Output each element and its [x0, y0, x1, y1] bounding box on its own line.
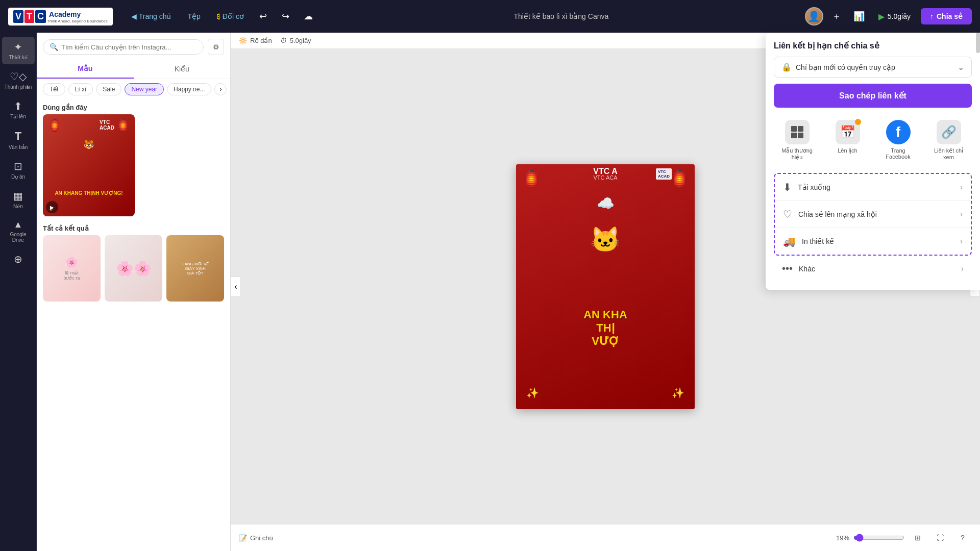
menu-item-download[interactable]: ⬇ Tải xuống › — [775, 174, 971, 201]
fullscreen-button[interactable]: ⛶ — [931, 529, 949, 547]
copy-link-button[interactable]: Sao chép liên kết — [774, 84, 972, 108]
clarity-icon: 🔆 — [239, 37, 247, 44]
logo-tagline: Think Ahead, Beyond Boundaries — [47, 19, 108, 23]
template-card-shoes[interactable]: HÀNG MỚI VỀGIÀY XINHGIÁ TỐT — [166, 235, 224, 302]
sidebar-item-googledrive[interactable]: ▲ Google Drive — [2, 215, 35, 247]
access-left: 🔒 Chỉ bạn mới có quyền truy cập — [781, 62, 895, 72]
download-icon: ⬇ — [783, 181, 792, 193]
share-option-schedule[interactable]: 📅 Lên lịch — [824, 116, 871, 165]
more-apps-icon: ⊕ — [14, 253, 22, 265]
canvas-preview: 🏮 🏮 VTC A VTC ACA 🐱 ☁️ AN KHA THỊ VƯỢ — [516, 164, 695, 409]
menu-item-print[interactable]: 🚚 In thiết kế › — [775, 228, 971, 255]
duration-control[interactable]: ⏱ 5.0giây — [280, 37, 311, 44]
timer-button[interactable]: ▶ 5.0giây — [872, 9, 917, 24]
user-avatar[interactable]: 👤 — [805, 7, 823, 26]
zoom-value: 19% — [836, 534, 849, 542]
search-input[interactable] — [61, 43, 197, 51]
back-icon: ◀ — [131, 12, 137, 20]
undo-button[interactable]: ↩ — [254, 7, 273, 26]
recent-row: 🏮 🏮 🐯 AN KHANG THỊNH VƯỢNG! VTCACAD ✦ ▶ — [43, 114, 224, 216]
link-icon: 🔗 — [937, 120, 961, 144]
tag-tet[interactable]: Tết — [43, 83, 65, 95]
tag-newyear[interactable]: New year — [125, 83, 164, 95]
more-menu-item[interactable]: ••• Khác › — [774, 256, 972, 282]
googledrive-icon: ▲ — [14, 219, 23, 230]
download-chevron-icon: › — [960, 183, 963, 192]
sidebar-item-vanban[interactable]: T Văn bản — [2, 126, 35, 154]
share-option-link[interactable]: 🔗 Liên kết chỉ xem — [925, 116, 972, 165]
top-navigation: V T C Academy Think Ahead, Beyond Bounda… — [0, 0, 980, 33]
templates-scroll: Dùng gần đây 🏮 🏮 🐯 AN KHANG THỊNH VƯỢNG!… — [37, 99, 230, 551]
logo: V T C Academy Think Ahead, Beyond Bounda… — [8, 8, 113, 26]
print-chevron-icon: › — [960, 237, 963, 246]
clarity-control[interactable]: 🔆 Rõ dần — [239, 37, 272, 44]
filter-tags: Tết Lì xì Sale New year Happy ne... › — [37, 79, 230, 99]
tag-lixi[interactable]: Lì xì — [68, 83, 93, 95]
help-button[interactable]: ? — [953, 529, 972, 547]
tab-mau[interactable]: Mẫu — [37, 59, 134, 79]
share-popup: Liên kết bị hạn chế chia sẻ 🔒 Chỉ bạn mớ… — [766, 33, 980, 290]
recent-section-title: Dùng gần đây — [37, 99, 230, 114]
all-section-title: Tất cả kết quả — [37, 220, 230, 235]
sidebar-item-thietke[interactable]: ✦ Thiết kế — [2, 37, 35, 64]
redo-button[interactable]: ↪ — [277, 7, 295, 26]
recent-templates-grid: 🏮 🏮 🐯 AN KHANG THỊNH VƯỢNG! VTCACAD ✦ ▶ — [37, 114, 230, 216]
projects-icon: ⊡ — [14, 160, 22, 172]
sidebar-item-more[interactable]: ⊕ — [2, 249, 35, 269]
recent-template-1[interactable]: 🏮 🏮 🐯 AN KHANG THỊNH VƯỢNG! VTCACAD ✦ ▶ — [43, 114, 135, 216]
template-card-flowers[interactable]: 🌸🌸 — [105, 235, 162, 302]
sidebar-item-nen[interactable]: ▦ Nền — [2, 186, 35, 213]
background-icon: ▦ — [13, 190, 23, 202]
add-collaborator-button[interactable]: ＋ — [827, 7, 846, 26]
sidebar-item-duan[interactable]: ⊡ Dự án — [2, 156, 35, 184]
scroll-indicator — [976, 33, 980, 53]
share-option-facebook[interactable]: f Trang Facebook — [875, 116, 921, 165]
social-icon: ♡ — [783, 208, 792, 220]
elements-icon: ♡◇ — [10, 70, 27, 83]
search-bar: 🔍 ⚙ — [37, 33, 230, 59]
svg-rect-1 — [798, 126, 803, 132]
back-to-home-button[interactable]: ◀ Trang chủ — [125, 9, 178, 23]
collapse-left-button[interactable]: ‹ — [231, 277, 241, 297]
lock-icon: 🔒 — [781, 62, 792, 72]
menu-item-social[interactable]: ♡ Chia sẻ lên mạng xã hội › — [775, 201, 971, 228]
template-card-pink[interactable]: 🌸 lẽ mấtbước ra — [43, 235, 101, 302]
brand-icon — [785, 120, 810, 144]
svg-rect-0 — [791, 126, 797, 132]
more-dots-icon: ••• — [782, 263, 793, 274]
templates-panel: 🔍 ⚙ Mẫu Kiểu Tết Lì xì Sale New year Hap… — [37, 33, 231, 551]
play-overlay-1: ▶ — [46, 201, 58, 213]
canvas-bottom-bar: 📝 Ghi chú 19% ⊞ ⛶ ? — [231, 524, 980, 551]
notes-icon: 📝 — [239, 534, 247, 542]
icon-sidebar: ✦ Thiết kế ♡◇ Thành phần ⬆ Tải lên T Văn… — [0, 33, 37, 551]
zoom-controls: 19% ⊞ ⛶ ? — [836, 529, 972, 547]
dashed-menu-container: ⬇ Tải xuống › ♡ Chia sẻ lên mạng xã hội … — [774, 173, 972, 256]
dropdown-chevron-icon: ⌄ — [958, 62, 964, 72]
notes-button[interactable]: 📝 Ghi chú — [239, 534, 273, 542]
filter-button[interactable]: ⚙ — [208, 39, 224, 55]
main-layout: ✦ Thiết kế ♡◇ Thành phần ⬆ Tải lên T Văn… — [0, 33, 980, 551]
search-input-wrap[interactable]: 🔍 — [43, 39, 204, 55]
fit-page-button[interactable]: ⊞ — [909, 529, 927, 547]
share-button[interactable]: ↑ Chia sẻ — [921, 8, 972, 24]
file-button[interactable]: Tệp — [182, 9, 207, 23]
save-status-button[interactable]: ☁ — [299, 7, 317, 26]
svg-rect-3 — [798, 133, 803, 138]
tab-kieu[interactable]: Kiểu — [134, 59, 231, 79]
all-templates-grid: 🌸 lẽ mấtbước ra 🌸🌸 HÀNG MỚI VỀGIÀY XINHG… — [37, 235, 230, 302]
swap-button[interactable]: ₿ Đổi cơ — [211, 9, 250, 23]
clock-icon: ⏱ — [280, 37, 287, 44]
share-options: Mẫu thương hiệu 📅 Lên lịch f Trang Faceb… — [774, 116, 972, 165]
sidebar-item-thanhphan[interactable]: ♡◇ Thành phần — [2, 66, 35, 94]
tag-happyne[interactable]: Happy ne... — [167, 83, 211, 95]
tags-next-arrow[interactable]: › — [214, 83, 227, 95]
sidebar-item-taillen[interactable]: ⬆ Tải lên — [2, 96, 35, 123]
analytics-button[interactable]: 📊 — [850, 7, 868, 26]
play-icon: ▶ — [878, 12, 885, 21]
tag-sale[interactable]: Sale — [96, 83, 121, 95]
share-option-brand[interactable]: Mẫu thương hiệu — [774, 116, 820, 165]
design-icon: ✦ — [14, 41, 22, 53]
search-icon: 🔍 — [50, 43, 58, 51]
zoom-slider[interactable] — [853, 534, 904, 542]
access-dropdown[interactable]: 🔒 Chỉ bạn mới có quyền truy cập ⌄ — [774, 57, 972, 78]
